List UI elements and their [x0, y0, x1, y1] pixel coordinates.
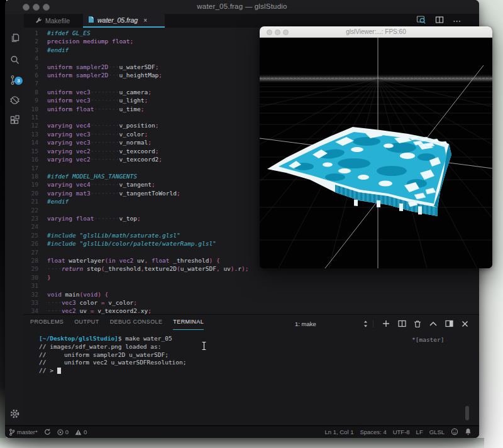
tab-output[interactable]: OUTPUT	[74, 319, 99, 330]
line-number: 7	[24, 79, 38, 87]
tab-problems[interactable]: PROBLEMS	[30, 319, 64, 330]
code-line[interactable]: 31	[24, 281, 479, 290]
line-number: 31	[24, 281, 38, 290]
tab-water-05-frag[interactable]: water_05.frag ×	[83, 14, 165, 28]
explorer-icon[interactable]	[6, 30, 23, 46]
kill-terminal-icon[interactable]	[413, 319, 422, 328]
line-number: 15	[24, 147, 38, 155]
terminal-select[interactable]: 1: make	[295, 320, 373, 327]
warning-status[interactable]: 0	[75, 429, 87, 435]
tab-makefile[interactable]: Makefile	[30, 14, 69, 28]
line-number: 19	[24, 180, 38, 188]
branch-status[interactable]: master*	[9, 429, 38, 436]
line-number: 22	[24, 206, 38, 214]
line-number: 25	[24, 231, 38, 239]
tab-debug-console[interactable]: DEBUG CONSOLE	[110, 319, 163, 330]
more-actions-icon[interactable]: ⋯	[453, 16, 462, 26]
code-line[interactable]: 30}	[24, 273, 479, 281]
panel-layout-icon[interactable]	[445, 319, 453, 328]
line-number: 16	[24, 155, 38, 163]
split-editor-icon[interactable]	[435, 15, 444, 26]
line-number: 28	[24, 256, 38, 265]
code-line[interactable]: 32void main(void) {	[24, 290, 479, 298]
eol[interactable]: LF	[416, 429, 423, 435]
terminal-output[interactable]: [~/Desktop/glslStudio]$ make water_05// …	[30, 335, 187, 375]
indentation[interactable]: Spaces: 4	[360, 429, 386, 435]
terminal-line[interactable]: // >	[30, 367, 187, 375]
terminal-line[interactable]: // uniform vec2 u_waterSDFResolution;	[30, 359, 187, 367]
git-branch-icon	[9, 429, 15, 436]
code-line[interactable]: 33····vec3 color = v_color;	[24, 298, 479, 307]
extensions-icon[interactable]	[6, 112, 23, 128]
terminal-line[interactable]: // images/sdf_water.png loaded as:	[30, 343, 187, 351]
line-number: 14	[24, 138, 38, 146]
terminal-toolbar: 1: make	[295, 317, 469, 330]
language-mode[interactable]: GLSL	[429, 429, 445, 435]
line-number: 33	[24, 298, 38, 307]
line-number: 27	[24, 248, 38, 256]
gear-icon[interactable]	[6, 405, 23, 422]
line-number: 30	[24, 273, 38, 281]
bell-icon[interactable]	[465, 428, 472, 437]
warning-icon	[75, 429, 82, 435]
line-number: 6	[24, 71, 38, 79]
debug-disabled-icon[interactable]	[6, 92, 23, 108]
line-number: 5	[24, 63, 38, 71]
new-terminal-icon[interactable]	[382, 319, 390, 328]
line-number: 29	[24, 265, 38, 273]
line-number: 20	[24, 189, 38, 197]
maximize-panel-icon[interactable]	[429, 319, 438, 328]
line-number: 1	[24, 29, 38, 37]
sync-icon	[44, 429, 51, 435]
scm-badge: 3	[14, 77, 23, 85]
sync-status[interactable]	[44, 429, 51, 435]
code-line[interactable]: 34····vec2 uv = v_texcoord2.xy;	[24, 307, 479, 314]
tab-bar: Makefile water_05.frag ×	[24, 14, 479, 28]
line-number: 11	[24, 113, 38, 121]
viewer-titlebar[interactable]: glslViewer:...: FPS:60	[260, 26, 492, 38]
branch-label: master*	[17, 429, 38, 435]
wrench-icon	[35, 17, 42, 25]
window-titlebar[interactable]: water_05.frag — glslStudio	[5, 0, 479, 14]
line-number: 23	[24, 214, 38, 222]
tab-terminal[interactable]: TERMINAL	[173, 319, 204, 330]
error-status[interactable]: 0	[57, 429, 69, 435]
bottom-panel: PROBLEMS OUTPUT DEBUG CONSOLE TERMINAL 1…	[24, 314, 479, 425]
feedback-smiley-icon[interactable]	[451, 428, 458, 437]
desktop: water_05.frag — glslStudio 3	[0, 0, 503, 448]
viewer-title: glslViewer:...: FPS:60	[260, 28, 492, 35]
viewer-canvas[interactable]	[260, 38, 492, 268]
terminal-line[interactable]: [~/Desktop/glslStudio]$ make water_05	[30, 335, 187, 343]
mouse-ibeam-cursor	[201, 341, 207, 351]
line-number: 10	[24, 105, 38, 113]
open-preview-icon[interactable]	[416, 15, 426, 27]
line-number: 2	[24, 37, 38, 45]
cursor-position[interactable]: Ln 1, Col 1	[324, 429, 353, 435]
warning-count: 0	[84, 429, 87, 435]
close-panel-icon[interactable]	[460, 319, 469, 328]
encoding[interactable]: UTF-8	[393, 429, 410, 435]
line-number: 4	[24, 54, 38, 62]
line-number: 34	[24, 307, 38, 314]
status-bar: master* 0 0	[5, 425, 479, 438]
line-number: 32	[24, 290, 38, 298]
horizon-band	[260, 74, 492, 84]
terminal-line[interactable]: // uniform sampler2D u_waterSDF;	[30, 351, 187, 359]
frag-file-icon	[88, 16, 94, 25]
glslviewer-window: glslViewer:...: FPS:60	[260, 26, 492, 268]
terminal-scm-status: *[master]	[412, 336, 445, 343]
line-number: 17	[24, 164, 38, 172]
terminal-scrollbar[interactable]	[465, 406, 469, 420]
line-number: 8	[24, 88, 38, 96]
search-icon[interactable]	[6, 52, 23, 68]
line-number: 3	[24, 46, 38, 54]
close-tab-icon[interactable]: ×	[143, 17, 147, 24]
split-terminal-icon[interactable]	[397, 319, 406, 328]
line-number: 13	[24, 130, 38, 138]
line-number: 24	[24, 222, 38, 231]
error-icon	[57, 429, 64, 435]
error-count: 0	[65, 429, 69, 435]
line-number: 12	[24, 121, 38, 129]
activity-bar: 3	[5, 14, 24, 425]
line-number: 18	[24, 172, 38, 180]
